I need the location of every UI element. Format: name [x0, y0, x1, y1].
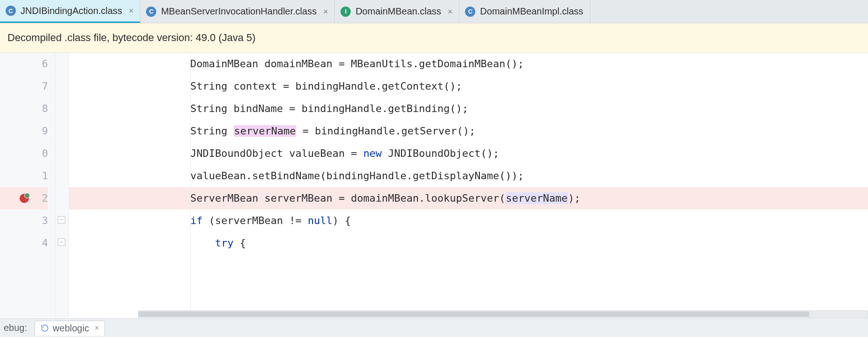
keyword: if [190, 215, 203, 226]
keyword: null [308, 215, 333, 226]
line-number[interactable]: 1 [0, 165, 48, 187]
rerun-icon [41, 324, 49, 332]
decompiled-banner: Decompiled .class file, bytecode version… [0, 23, 868, 53]
tab-jndi-binding-action[interactable]: C JNDIBindingAction.class × [0, 0, 140, 23]
tab-domain-mbean[interactable]: I DomainMBean.class × [335, 0, 459, 23]
run-config-tab-weblogic[interactable]: weblogic × [35, 321, 105, 336]
code-line[interactable]: String bindName = bindingHandle.getBindi… [69, 98, 868, 120]
tab-mbean-server-invocation-handler[interactable]: C MBeanServerInvocationHandler.class × [140, 0, 335, 23]
code-text: String context = bindingHandle.getContex… [190, 80, 462, 92]
class-icon: C [465, 7, 475, 17]
code-text: DomainMBean domainMBean = MBeanUtils.get… [190, 58, 524, 70]
code-text: (serverMBean != [203, 215, 308, 226]
code-line[interactable]: String serverName = bindingHandle.getSer… [69, 120, 868, 142]
line-number[interactable]: 4 [0, 232, 48, 254]
tab-label: JNDIBindingAction.class [21, 6, 122, 16]
line-number[interactable]: 3 [0, 210, 48, 232]
code-text: JNDIBoundObject valueBean = [190, 147, 363, 159]
line-number[interactable]: 7 [0, 75, 48, 98]
line-number[interactable]: 8 [0, 98, 48, 120]
code-text: String bindName = bindingHandle.getBindi… [190, 103, 468, 114]
line-number[interactable]: 9 [0, 120, 48, 142]
code-text: JNDIBoundObject(); [382, 147, 500, 159]
line-number[interactable]: 6 [0, 53, 48, 75]
code-line[interactable]: try { [69, 232, 868, 254]
code-line[interactable]: valueBean.setBindName(bindingHandle.getD… [69, 165, 868, 187]
code-text: { [234, 237, 246, 249]
fold-toggle-icon[interactable]: − [58, 239, 65, 246]
close-icon[interactable]: × [129, 7, 134, 15]
class-icon: C [146, 7, 156, 17]
code-area[interactable]: DomainMBean domainMBean = MBeanUtils.get… [69, 53, 868, 318]
line-number-gutter[interactable]: 678901234 [0, 53, 56, 318]
code-editor[interactable]: 678901234 − − DomainMBean domainMBean = … [0, 53, 868, 318]
identifier-highlight: serverName [506, 192, 568, 204]
editor-tabs-bar: C JNDIBindingAction.class × C MBeanServe… [0, 0, 868, 23]
debug-tool-window-bar: ebug: weblogic × [0, 318, 868, 337]
code-text: ) { [333, 215, 351, 226]
banner-text: Decompiled .class file, bytecode version… [7, 32, 256, 43]
code-text [190, 237, 215, 249]
fold-column[interactable]: − − [56, 53, 69, 318]
code-line[interactable]: if (serverMBean != null) { [69, 210, 868, 232]
scrollbar-thumb[interactable] [139, 311, 809, 317]
code-text: = bindingHandle.getServer(); [296, 125, 475, 137]
keyword: new [363, 147, 382, 159]
close-icon[interactable]: × [323, 7, 328, 16]
close-icon[interactable]: × [448, 7, 453, 16]
tab-domain-mbean-impl[interactable]: C DomainMBeanImpl.class [459, 0, 590, 23]
code-line[interactable]: String context = bindingHandle.getContex… [69, 75, 868, 98]
run-config-label: weblogic [53, 323, 89, 334]
keyword: try [215, 237, 234, 249]
line-number[interactable]: 2 [0, 187, 48, 210]
code-text: ); [568, 192, 581, 204]
debug-label: ebug: [4, 323, 27, 333]
code-line[interactable]: DomainMBean domainMBean = MBeanUtils.get… [69, 53, 868, 75]
interface-icon: I [340, 7, 351, 17]
class-icon: C [6, 6, 16, 16]
code-line[interactable]: ServerMBean serverMBean = domainMBean.lo… [69, 187, 868, 210]
close-icon[interactable]: × [95, 324, 99, 332]
code-line[interactable]: JNDIBoundObject valueBean = new JNDIBoun… [69, 142, 868, 165]
horizontal-scrollbar[interactable] [138, 310, 868, 318]
tab-label: DomainMBean.class [355, 6, 441, 17]
code-text: ServerMBean serverMBean = domainMBean.lo… [190, 192, 506, 204]
fold-toggle-icon[interactable]: − [58, 216, 65, 224]
code-text: String [190, 125, 234, 137]
breakpoint-icon[interactable] [20, 194, 29, 203]
code-text: valueBean.setBindName(bindingHandle.getD… [190, 170, 524, 182]
identifier-highlight: serverName [234, 125, 296, 137]
tab-label: MBeanServerInvocationHandler.class [161, 6, 317, 17]
line-number[interactable]: 0 [0, 142, 48, 165]
tab-label: DomainMBeanImpl.class [480, 6, 583, 17]
